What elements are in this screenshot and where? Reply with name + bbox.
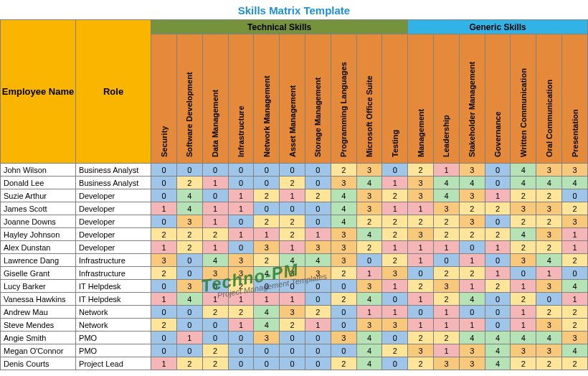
table-row: Hayley JohnsonDeveloper22211213423222431	[1, 228, 588, 241]
skill-value: 1	[202, 293, 228, 306]
skill-value: 3	[408, 228, 434, 241]
skill-value: 2	[459, 202, 485, 215]
table-row: Giselle GrantInfrastructure2033433213022…	[1, 267, 588, 280]
skill-value: 4	[562, 280, 588, 293]
skill-value: 1	[228, 189, 254, 202]
skill-label: Software Development	[185, 72, 194, 157]
table-row: John WilsonBusiness Analyst0000000230213…	[1, 164, 588, 177]
employee-role: Developer	[76, 241, 151, 254]
header-generic: Generic Skills	[408, 20, 588, 34]
skill-value: 2	[536, 215, 562, 228]
skill-value: 1	[228, 293, 254, 306]
table-row: Andrew MauNetwork00224320110100122	[1, 306, 588, 319]
skill-value: 1	[408, 254, 434, 267]
skill-value: 3	[280, 306, 305, 319]
skill-value: 2	[254, 254, 280, 267]
skill-label: Asset Management	[288, 85, 297, 157]
skill-header: Software Development	[176, 34, 202, 164]
skill-value: 0	[254, 202, 280, 215]
skills-matrix-table: Employee Name Role Technical Skills Gene…	[0, 19, 588, 370]
skill-value: 0	[331, 319, 356, 332]
skill-value: 1	[459, 280, 485, 293]
skill-value: 0	[536, 293, 562, 306]
skill-value: 4	[356, 177, 382, 189]
skill-value: 3	[459, 215, 485, 228]
skill-label: Governance	[493, 111, 502, 157]
table-row: Alex DunstanDeveloper12103133211101221	[1, 241, 588, 254]
employee-name: Denis Courts	[1, 357, 76, 370]
skill-value: 0	[280, 344, 305, 357]
skill-value: 2	[562, 319, 588, 332]
skill-header: Data Management	[202, 34, 228, 164]
employee-name: Lawrence Dang	[1, 254, 76, 267]
skill-value: 0	[511, 267, 536, 280]
skill-value: 3	[254, 332, 280, 344]
page-title: Skills Matrix Template	[0, 0, 588, 19]
skill-value: 1	[151, 202, 177, 215]
employee-role: IT Helpdesk	[76, 293, 151, 306]
skill-value: 4	[202, 254, 228, 267]
skill-value: 1	[280, 293, 305, 306]
skill-value: 2	[382, 189, 408, 202]
skill-value: 2	[511, 293, 536, 306]
skill-value: 3	[511, 254, 536, 267]
skill-value: 0	[305, 202, 331, 215]
skill-value: 0	[434, 254, 460, 267]
skill-value: 2	[151, 228, 177, 241]
skill-value: 0	[485, 177, 511, 189]
skill-value: 3	[202, 267, 228, 280]
skill-value: 4	[485, 357, 511, 370]
skill-value: 0	[228, 215, 254, 228]
skill-value: 0	[305, 280, 331, 293]
skill-value: 2	[382, 344, 408, 357]
employee-role: Network	[76, 319, 151, 332]
skill-value: 2	[305, 189, 331, 202]
skill-value: 1	[280, 241, 305, 254]
skill-value: 2	[331, 293, 356, 306]
skill-value: 0	[408, 267, 434, 280]
skill-label: Microsoft Office Suite	[365, 75, 374, 157]
skill-value: 1	[151, 357, 177, 370]
skill-value: 0	[305, 344, 331, 357]
skill-value: 2	[434, 267, 460, 280]
skill-value: 0	[254, 344, 280, 357]
skill-value: 3	[176, 280, 202, 293]
employee-name: John Wilson	[1, 164, 76, 177]
skill-value: 1	[356, 267, 382, 280]
skill-value: 3	[382, 319, 408, 332]
employee-role: PMO	[76, 332, 151, 344]
skill-value: 3	[511, 202, 536, 215]
table-row: Donald LeeBusiness Analyst02100203413440…	[1, 177, 588, 189]
skill-value: 1	[485, 241, 511, 254]
skill-value: 0	[485, 215, 511, 228]
skill-value: 2	[176, 228, 202, 241]
employee-role: Developer	[76, 189, 151, 202]
skill-value: 3	[459, 344, 485, 357]
skill-value: 4	[562, 177, 588, 189]
skill-value: 1	[562, 241, 588, 254]
skill-value: 3	[536, 344, 562, 357]
skill-value: 2	[280, 319, 305, 332]
table-row: Denis CourtsProject Lead1220000240233422…	[1, 357, 588, 370]
skill-value: 2	[536, 241, 562, 254]
employee-role: Business Analyst	[76, 164, 151, 177]
skill-value: 3	[536, 228, 562, 241]
skill-value: 0	[151, 164, 177, 177]
table-row: Lawrence DangInfrastructure3043244302101…	[1, 254, 588, 267]
skill-value: 0	[254, 280, 280, 293]
skill-header: Management	[408, 34, 434, 164]
skill-value: 2	[331, 357, 356, 370]
skill-value: 4	[331, 202, 356, 215]
skill-value: 1	[562, 228, 588, 241]
skill-value: 0	[382, 293, 408, 306]
skill-value: 0	[254, 357, 280, 370]
skill-value: 0	[202, 332, 228, 344]
skill-value: 0	[485, 306, 511, 319]
skill-value: 0	[151, 177, 177, 189]
skill-value: 0	[151, 280, 177, 293]
employee-role: Network	[76, 306, 151, 319]
skill-value: 4	[511, 177, 536, 189]
skill-header: Infrastructure	[228, 34, 254, 164]
skill-value: 2	[382, 215, 408, 228]
skill-value: 2	[356, 241, 382, 254]
